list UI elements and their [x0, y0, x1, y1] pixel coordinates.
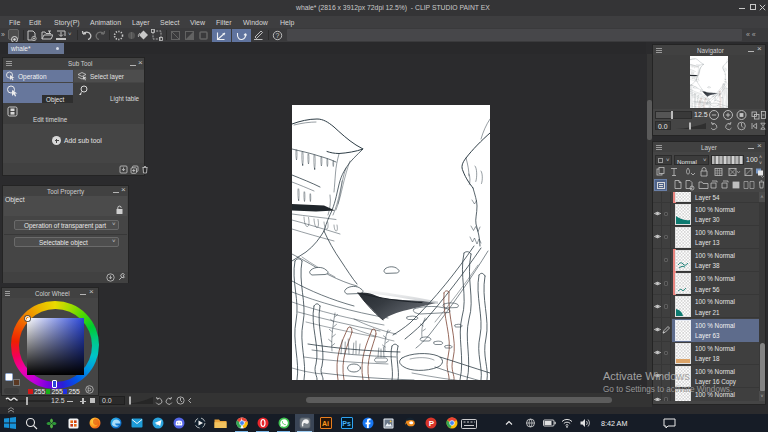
svg-text:?: ? — [275, 32, 279, 39]
svg-text:P: P — [428, 419, 434, 428]
